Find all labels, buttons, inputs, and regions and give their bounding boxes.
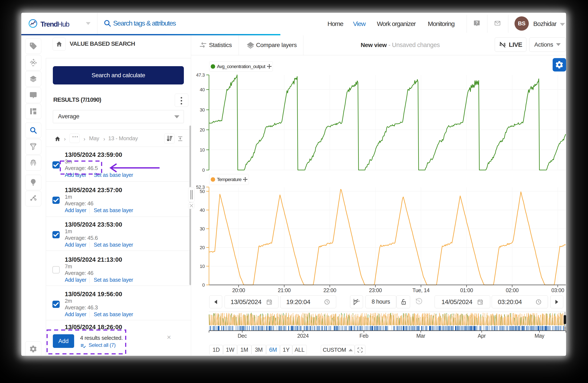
svg-text:30: 30: [200, 226, 205, 231]
svg-text:?: ?: [476, 20, 478, 25]
svg-text:10: 10: [200, 147, 205, 153]
svg-text:03:00: 03:00: [551, 287, 564, 293]
svg-text:40: 40: [200, 208, 205, 213]
svg-text:22:00: 22:00: [323, 287, 336, 293]
svg-text:Apr: Apr: [478, 333, 486, 339]
svg-text:50: 50: [200, 189, 205, 194]
svg-text:0: 0: [202, 282, 205, 288]
svg-text:21:00: 21:00: [278, 287, 291, 293]
svg-text:Dec: Dec: [238, 333, 247, 339]
svg-text:40: 40: [200, 87, 205, 92]
svg-text:47.3: 47.3: [196, 72, 205, 78]
svg-text:20: 20: [200, 245, 205, 250]
svg-text:20:00: 20:00: [232, 287, 245, 293]
svg-text:23:00: 23:00: [369, 287, 382, 293]
svg-text:May: May: [535, 333, 545, 339]
svg-text:2024: 2024: [297, 333, 309, 339]
svg-text:Tue, 14: Tue, 14: [412, 287, 430, 293]
svg-text:30: 30: [200, 107, 205, 113]
svg-text:0: 0: [202, 168, 205, 173]
svg-text:02:00: 02:00: [506, 287, 519, 293]
svg-text:10: 10: [200, 264, 205, 269]
svg-text:Mar: Mar: [416, 333, 425, 339]
svg-text:01:00: 01:00: [460, 287, 473, 293]
svg-text:Feb: Feb: [359, 333, 368, 339]
svg-text:52.3: 52.3: [196, 185, 205, 190]
svg-text:20: 20: [200, 127, 205, 133]
